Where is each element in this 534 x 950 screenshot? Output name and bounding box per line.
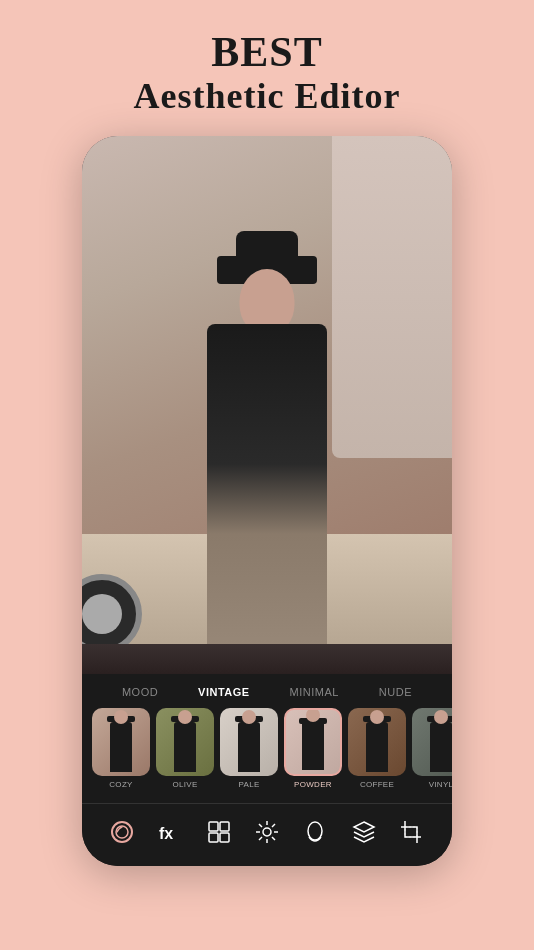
filter-label-olive: OLIVE [172,780,197,789]
filter-bar: MOOD VINTAGE MINIMAL NUDE COZY [82,674,452,803]
filter-item-cozy[interactable]: COZY [92,708,150,789]
fx-icon: fx [157,819,183,845]
svg-rect-3 [209,822,218,831]
layers-icon [351,819,377,845]
crop-icon [399,819,425,845]
filter-label-pale: PALE [238,780,259,789]
tab-mood[interactable]: MOOD [116,684,164,700]
adjust-icon [254,819,280,845]
filter-label-cozy: COZY [109,780,132,789]
svg-point-0 [112,822,132,842]
svg-rect-5 [209,833,218,842]
filter-tabs: MOOD VINTAGE MINIMAL NUDE [82,684,452,708]
filter-item-powder[interactable]: POWDER [284,708,342,789]
retouch-tool[interactable] [297,814,333,850]
tab-vintage[interactable]: VINTAGE [192,684,256,700]
layers-tool[interactable] [346,814,382,850]
circle-ring-icon [109,819,135,845]
svg-line-13 [272,837,275,840]
filter-label-vinyl: VINYL [429,780,452,789]
frames-icon [206,819,232,845]
effects-tool[interactable]: fx [152,814,188,850]
presets-tool[interactable] [104,814,140,850]
filter-scroll[interactable]: COZY OLIVE [82,708,452,797]
svg-line-15 [259,837,262,840]
photo-area[interactable] [82,136,452,674]
retouch-icon [302,819,328,845]
filter-item-vinyl[interactable]: VINYL [412,708,452,789]
svg-text:fx: fx [159,825,173,842]
adjust-tool[interactable] [249,814,285,850]
crop-tool[interactable] [394,814,430,850]
title-line1: BEST [134,28,401,76]
svg-rect-17 [405,827,417,837]
filter-label-coffee: COFFEE [360,780,394,789]
svg-rect-4 [220,822,229,831]
frames-tool[interactable] [201,814,237,850]
svg-rect-6 [220,833,229,842]
title-line2: Aesthetic Editor [134,76,401,117]
filter-label-powder: POWDER [294,780,332,789]
toolbar: fx [82,803,452,866]
filter-item-coffee[interactable]: COFFEE [348,708,406,789]
svg-point-7 [263,828,271,836]
tab-minimal[interactable]: MINIMAL [284,684,345,700]
svg-line-14 [272,824,275,827]
phone-frame: MOOD VINTAGE MINIMAL NUDE COZY [82,136,452,866]
tab-nude[interactable]: NUDE [373,684,418,700]
svg-line-12 [259,824,262,827]
page-title: BEST Aesthetic Editor [134,28,401,118]
filter-item-olive[interactable]: OLIVE [156,708,214,789]
header: BEST Aesthetic Editor [134,0,401,136]
filter-item-pale[interactable]: PALE [220,708,278,789]
